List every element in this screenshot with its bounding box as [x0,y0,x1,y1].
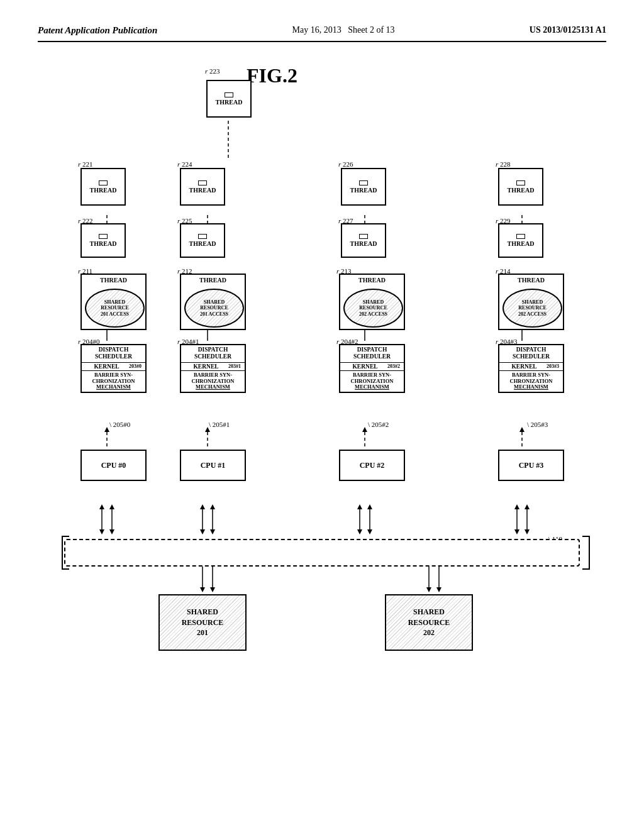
svg-marker-25 [99,529,104,534]
dispatch-1: DISPATCHSCHEDULER [181,345,245,363]
svg-marker-37 [357,529,362,534]
kernel-3: KERNEL 203#3 [499,363,563,371]
thread-box-224: THREAD [180,168,225,206]
kernel-2: KERNEL 203#2 [340,363,404,371]
dispatch-0: DISPATCHSCHEDULER [82,345,145,363]
thread-label-227: THREAD [350,240,377,247]
svg-marker-32 [210,529,215,534]
thread-icon-229 [516,234,525,239]
sr-201-label: SHAREDRESOURCE201 [182,607,224,638]
diagram-area: FIG.2 r 223 [52,61,592,765]
svg-marker-50 [210,587,215,592]
thread-label-228: THREAD [508,187,535,194]
svg-marker-55 [426,587,431,592]
cpu-1-label: CPU #1 [201,461,226,470]
cpu-box-2: CPU #2 [339,450,405,481]
thread-icon-221 [99,180,108,185]
cpu-box-0: CPU #0 [80,450,147,481]
thread-label-222: THREAD [90,240,117,247]
cpu-2-label: CPU #2 [360,461,385,470]
svg-marker-42 [525,504,530,509]
page-header: Patent Application Publication May 16, 2… [38,25,606,42]
cpu-box-3: CPU #3 [498,450,564,481]
thread-shared-box-214: THREAD SHAREDRESOURCE202 ACCESS [498,274,564,330]
kernel-stack-0: DISPATCHSCHEDULER KERNEL 203#0 BARRIER S… [80,344,147,393]
thread-box-225: THREAD [180,223,225,258]
date-label: May 16, 2013 [292,25,341,35]
barrier-1: BARRIER SYN-CHRONIZATIONMECHANISM [181,371,245,392]
ref-205-3: \ 205#3 [527,421,548,428]
svg-marker-24 [109,504,114,509]
svg-marker-56 [436,587,441,592]
ref-228: r 228 [496,160,511,168]
svg-marker-23 [99,504,104,509]
svg-marker-35 [357,504,362,509]
svg-marker-44 [525,529,530,534]
thread-icon-223 [225,92,233,97]
kernel-1: KERNEL 203#1 [181,363,245,371]
kernel-stack-3: DISPATCHSCHEDULER KERNEL 203#3 BARRIER S… [498,344,564,393]
thread-label-224: THREAD [189,187,216,194]
barrier-3: BARRIER SYN-CHRONIZATIONMECHANISM [499,371,563,392]
patent-number: US 2013/0125131 A1 [530,25,606,35]
svg-marker-38 [367,529,372,534]
barrier-0: BARRIER SYN-CHRONIZATIONMECHANISM [82,371,145,392]
thread-211-label: THREAD [82,275,145,284]
svg-marker-30 [210,504,215,509]
svg-marker-16 [519,427,525,432]
figure-label: FIG.2 [247,64,297,87]
bus-right-bracket [582,536,590,570]
ref-224: r 224 [177,160,192,168]
dispatch-3: DISPATCHSCHEDULER [499,345,563,363]
diagram-svg [52,61,592,765]
thread-icon-226 [359,180,368,185]
shared-oval-214: SHAREDRESOURCE202 ACCESS [502,289,562,328]
bus-left-bracket [62,536,69,570]
thread-214-label: THREAD [499,275,563,284]
kernel-stack-1: DISPATCHSCHEDULER KERNEL 203#1 BARRIER S… [180,344,246,393]
sheet-label: Sheet 2 of 13 [348,25,394,35]
thread-box-226: THREAD [341,168,386,206]
dispatch-2: DISPATCHSCHEDULER [340,345,404,363]
thread-icon-222 [99,234,108,239]
svg-marker-49 [200,587,205,592]
ref-223: r 223 [205,67,220,75]
kernel-0: KERNEL 203#0 [82,363,145,371]
thread-box-228: THREAD [498,168,543,206]
svg-marker-31 [200,529,205,534]
svg-marker-26 [109,529,114,534]
ref-205-1: \ 205#1 [209,421,230,428]
cpu-0-label: CPU #0 [101,461,126,470]
thread-box-221: THREAD [80,168,126,206]
thread-box-222: THREAD [80,223,126,258]
thread-box-227: THREAD [341,223,386,258]
thread-label-229: THREAD [508,240,535,247]
shared-oval-211: SHAREDRESOURCE201 ACCESS [85,289,145,328]
svg-marker-36 [367,504,372,509]
publication-label: Patent Application Publication [38,25,157,36]
thread-label-226: THREAD [350,187,377,194]
thread-icon-224 [198,180,207,185]
thread-shared-box-211: THREAD SHAREDRESOURCE201 ACCESS [80,274,147,330]
page: Patent Application Publication May 16, 2… [0,0,644,830]
thread-box-223: THREAD [206,80,252,118]
bus-bar [64,539,580,567]
ref-221: r 221 [78,160,93,168]
thread-label-225: THREAD [189,240,216,247]
thread-213-label: THREAD [340,275,404,284]
ref-205-2: \ 205#2 [368,421,389,428]
svg-marker-43 [514,529,519,534]
svg-marker-14 [362,427,367,432]
thread-shared-box-213: THREAD SHAREDRESOURCE202 ACCESS [339,274,405,330]
barrier-2: BARRIER SYN-CHRONIZATIONMECHANISM [340,371,404,392]
shared-oval-212: SHAREDRESOURCE201 ACCESS [184,289,244,328]
sr-202-label: SHAREDRESOURCE202 [408,607,450,638]
thread-212-label: THREAD [181,275,245,284]
cpu-box-1: CPU #1 [180,450,246,481]
thread-label-221: THREAD [90,187,117,194]
cpu-3-label: CPU #3 [519,461,544,470]
shared-resource-202: SHAREDRESOURCE202 [385,594,473,651]
thread-label-223: THREAD [216,99,243,106]
thread-box-229: THREAD [498,223,543,258]
svg-marker-10 [104,427,109,432]
